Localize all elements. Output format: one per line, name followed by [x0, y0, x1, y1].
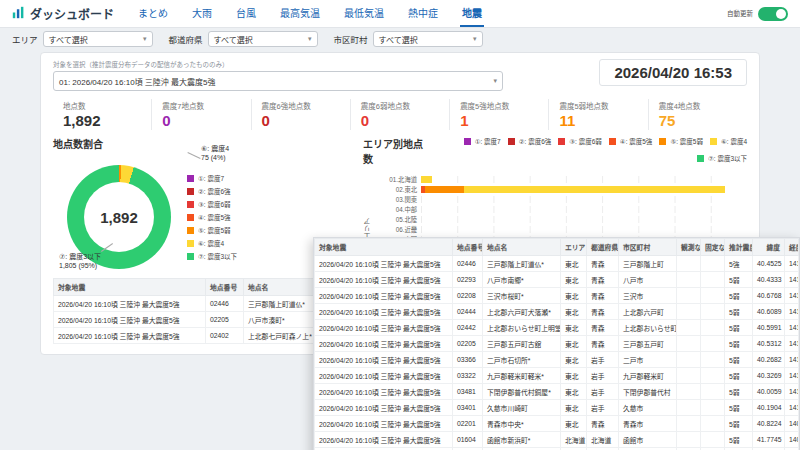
bar-chart-title: エリア別地点数: [363, 136, 427, 166]
column-header: 対象地震: [315, 239, 453, 256]
table-cell: 上北郡六戸町: [619, 304, 677, 320]
table-row[interactable]: 2026/04/20 16:10頃 三陸沖 最大震度5強02444上北郡六戸町犬…: [315, 304, 799, 320]
legend-label: ⑤: 震度5弱: [670, 136, 703, 146]
tab-heavy-rain[interactable]: 大雨: [190, 0, 214, 27]
prefecture-filter-select[interactable]: すべて選択 ▾: [208, 31, 318, 47]
table-row[interactable]: 2026/04/20 16:10頃 三陸沖 最大震度5強01604函館市新浜町*…: [315, 432, 799, 448]
column-header: 対象地震: [54, 279, 206, 296]
table-cell: 東北: [561, 352, 587, 368]
table-header-row: 対象地震地点番号地点名エリア都道府県市区町村観測なし固定なし推計震度緯度経度: [315, 239, 799, 256]
filter-bar: エリア すべて選択 ▾ 都道府県 すべて選択 ▾ 市区町村 すべて選択 ▾: [0, 28, 800, 50]
table-cell: [701, 320, 725, 336]
table-cell: 八戸市南郷*: [483, 272, 561, 288]
bar-category-label: 02.東北: [375, 185, 421, 194]
legend-item: ④: 震度5強: [609, 136, 653, 146]
table-cell: 5弱: [725, 432, 753, 448]
table-cell: 東北: [561, 384, 587, 400]
table-cell: [701, 336, 725, 352]
donut-annotation-int4: ⑥: 震度4 75 (4%): [201, 144, 229, 162]
target-select-label: 対象を選択（推計震度分布データの配信があったもののみ）: [53, 59, 503, 69]
detail-table-panel: 対象地震地点番号地点名エリア都道府県市区町村観測なし固定なし推計震度緯度経度20…: [313, 237, 800, 450]
column-header: 地点番号: [453, 239, 483, 256]
tab-earthquake[interactable]: 地震: [460, 0, 484, 27]
table-cell: [677, 416, 701, 432]
bar-category-label: 06.近畿: [375, 225, 421, 234]
table-cell: 三沢市: [619, 288, 677, 304]
legend-label: ③: 震度6弱: [198, 199, 231, 209]
column-header: 緯度: [753, 239, 785, 256]
table-row[interactable]: 2026/04/20 16:10頃 三陸沖 最大震度5強02293八戸市南郷*東…: [315, 272, 799, 288]
bar-category-label: 05.北陸: [375, 215, 421, 224]
legend-item: ⑤: 震度5弱: [659, 136, 703, 146]
auto-refresh-toggle[interactable]: [758, 7, 788, 21]
table-cell: 03322: [453, 368, 483, 384]
bar-track: [421, 176, 747, 183]
legend-label: ①: 震度7: [198, 173, 224, 183]
legend-label: ⑦: 震度3以下: [708, 153, 747, 163]
legend-item: ①: 震度7: [464, 136, 501, 146]
city-filter-select[interactable]: すべて選択 ▾: [373, 31, 483, 47]
table-cell: 02446: [206, 296, 244, 312]
toggle-knob: [776, 9, 786, 19]
table-cell: 141.3088: [785, 336, 799, 352]
bar-chart-row: 04.中部: [375, 204, 747, 214]
bar-track: [421, 226, 747, 233]
table-cell: 2026/04/20 16:10頃 三陸沖 最大震度5強: [315, 320, 453, 336]
stats-row: 地点数 1,892 震度7地点数 0 震度6強地点数 0 震度6弱地点数 0 震…: [53, 99, 747, 130]
main-nav: まとめ 大雨 台風 最高気温 最低気温 熱中症 地震: [136, 0, 484, 27]
chevron-down-icon: ▾: [308, 35, 312, 43]
table-row[interactable]: 2026/04/20 16:10頃 三陸沖 最大震度5強03401久慈市川崎町東…: [315, 400, 799, 416]
table-cell: 三沢市桜町*: [483, 288, 561, 304]
stat-int5upper-points: 震度5強地点数 1: [450, 99, 549, 130]
table-cell: 2026/04/20 16:10頃 三陸沖 最大震度5強: [54, 296, 206, 312]
legend-item: ⑤: 震度5弱: [187, 225, 237, 235]
table-cell: 岩手: [587, 400, 619, 416]
column-header: 推計震度: [725, 239, 753, 256]
table-cell: 2026/04/20 16:10頃 三陸沖 最大震度5強: [54, 312, 206, 328]
table-cell: 函館市: [619, 432, 677, 448]
legend-label: ②: 震度6強: [198, 186, 231, 196]
table-cell: [701, 272, 725, 288]
table-cell: [701, 256, 725, 272]
table-row[interactable]: 2026/04/20 16:10頃 三陸沖 最大震度5強02446三戸郡階上町道…: [315, 256, 799, 272]
tab-max-temp[interactable]: 最高気温: [278, 0, 322, 27]
table-row[interactable]: 2026/04/20 16:10頃 三陸沖 最大震度5強03481下閉伊郡普代村…: [315, 384, 799, 400]
city-filter-label: 市区町村: [334, 33, 368, 45]
tab-summary[interactable]: まとめ: [136, 0, 170, 27]
table-cell: 02205: [206, 312, 244, 328]
table-cell: 上北郡おいらせ町: [619, 320, 677, 336]
column-header: 経度: [785, 239, 799, 256]
table-row[interactable]: 2026/04/20 16:10頃 三陸沖 最大震度5強02208三沢市桜町*東…: [315, 288, 799, 304]
table-row[interactable]: 2026/04/20 16:10頃 三陸沖 最大震度5強03366二戸市石切所*…: [315, 352, 799, 368]
table-row[interactable]: 2026/04/20 16:10頃 三陸沖 最大震度5強02442上北郡おいらせ…: [315, 320, 799, 336]
table-cell: 九戸郡軽米町軽米*: [483, 368, 561, 384]
area-filter-select[interactable]: すべて選択 ▾: [43, 31, 153, 47]
table-cell: 02442: [453, 320, 483, 336]
table-cell: [677, 272, 701, 288]
table-cell: [701, 352, 725, 368]
tab-heatstroke[interactable]: 熱中症: [406, 0, 440, 27]
target-earthquake-select[interactable]: 01: 2026/04/20 16:10頃 三陸沖 最大震度5強 ▾: [53, 71, 503, 91]
bar-track: [421, 206, 747, 213]
table-row[interactable]: 2026/04/20 16:10頃 三陸沖 最大震度5強02205三戸郡五戸町古…: [315, 336, 799, 352]
legend-swatch: [187, 188, 194, 195]
legend-label: ⑦: 震度3以下: [198, 251, 237, 261]
table-cell: 二戸市: [619, 352, 677, 368]
table-row[interactable]: 2026/04/20 16:10頃 三陸沖 最大震度5強03322九戸郡軽米町軽…: [315, 368, 799, 384]
bar-y-axis-title: エリア: [363, 218, 373, 239]
table-cell: 岩手: [587, 368, 619, 384]
chevron-down-icon: ▾: [143, 35, 147, 43]
legend-item: ⑥: 震度4: [187, 238, 237, 248]
table-cell: 青森: [587, 416, 619, 432]
tab-min-temp[interactable]: 最低気温: [342, 0, 386, 27]
table-cell: 40.4525: [753, 256, 785, 272]
tab-typhoon[interactable]: 台風: [234, 0, 258, 27]
legend-swatch: [464, 138, 471, 145]
table-cell: 141.6213: [785, 256, 799, 272]
table-cell: 02208: [453, 288, 483, 304]
table-cell: 141.4061: [785, 320, 799, 336]
table-cell: 40.5312: [753, 336, 785, 352]
legend-label: ③: 震度6弱: [569, 136, 602, 146]
table-cell: 40.4333: [753, 272, 785, 288]
table-row[interactable]: 2026/04/20 16:10頃 三陸沖 最大震度5強02201青森市中央*東…: [315, 416, 799, 432]
